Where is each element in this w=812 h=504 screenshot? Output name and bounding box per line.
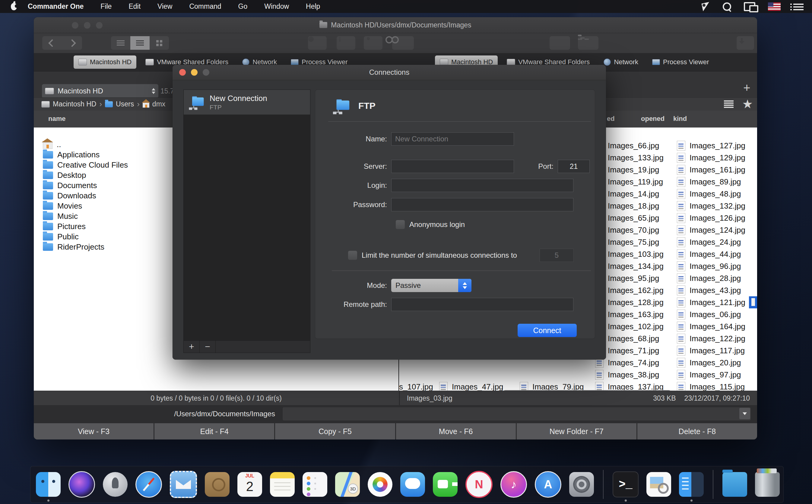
function-key-button[interactable]: View - F3: [34, 423, 153, 439]
dock-preview[interactable]: [646, 472, 671, 497]
full-view-button[interactable]: [111, 36, 130, 50]
column-header-kind[interactable]: kind: [673, 115, 687, 123]
limit-connections-checkbox[interactable]: [348, 250, 357, 260]
dock-safari[interactable]: [135, 471, 162, 498]
file-item[interactable]: Images_129.jpg: [677, 152, 745, 164]
apple-menu-icon[interactable]: [11, 3, 17, 10]
network-button[interactable]: [578, 36, 599, 50]
command-line-input[interactable]: [282, 407, 751, 421]
dock-maps[interactable]: 3D: [335, 472, 360, 497]
search-button[interactable]: [392, 36, 414, 50]
file-item[interactable]: Images_20.jpg: [677, 357, 741, 369]
file-item[interactable]: Images_164.jpg: [677, 320, 745, 332]
file-item[interactable]: Images_161.jpg: [677, 164, 745, 176]
dock-siri[interactable]: [68, 471, 95, 498]
list-menu-icon[interactable]: [793, 4, 804, 5]
dock-system-preferences[interactable]: [569, 472, 594, 497]
menu-item[interactable]: Go: [238, 2, 248, 11]
dock-notes[interactable]: [270, 472, 295, 497]
preview-button[interactable]: [364, 36, 382, 50]
remove-connection-button[interactable]: −: [200, 341, 216, 353]
file-item[interactable]: Images_124.jpg: [677, 224, 745, 236]
selected-file-partial[interactable]: [749, 296, 757, 308]
menu-item[interactable]: View: [157, 2, 172, 11]
dock-calendar[interactable]: JUL 2: [237, 472, 262, 497]
file-item[interactable]: Images_38.jpg: [595, 369, 659, 381]
file-item[interactable]: Images_44.jpg: [677, 248, 741, 260]
crumb-macintosh-hd[interactable]: Macintosh HD: [41, 99, 102, 109]
file-item[interactable]: Images_132.jpg: [677, 200, 745, 212]
dock-itunes[interactable]: ♪: [501, 471, 527, 498]
file-item[interactable]: Images_117.jpg: [677, 345, 745, 357]
column-header-name[interactable]: name: [48, 115, 65, 123]
menu-item[interactable]: File: [100, 2, 112, 11]
input-source-flag-icon[interactable]: [768, 2, 781, 11]
menu-item[interactable]: Help: [306, 2, 320, 11]
limit-value-field[interactable]: 5: [540, 249, 574, 262]
add-connection-button[interactable]: +: [184, 341, 200, 353]
name-field[interactable]: New Connection: [391, 132, 514, 146]
file-item[interactable]: Images_126.jpg: [677, 212, 745, 224]
file-item[interactable]: Images_48.jpg: [677, 188, 741, 200]
file-item[interactable]: Images_96.jpg: [677, 260, 741, 272]
function-key-button[interactable]: Move - F6: [396, 423, 516, 439]
dock-trash[interactable]: [755, 472, 780, 497]
dock-commander-one[interactable]: [679, 472, 704, 497]
file-item[interactable]: Images_122.jpg: [677, 332, 745, 345]
spotlight-search-icon[interactable]: [723, 2, 731, 11]
info-button[interactable]: [336, 36, 355, 50]
drive-selector[interactable]: Macintosh HD: [42, 84, 158, 98]
file-item[interactable]: Images_115.jpg: [677, 381, 745, 391]
function-key-button[interactable]: Edit - F4: [154, 423, 274, 439]
view-list-icon[interactable]: [724, 100, 734, 102]
dialog-minimize-button[interactable]: [191, 69, 197, 76]
function-key-button[interactable]: Copy - F5: [275, 423, 395, 439]
mode-select[interactable]: Passive: [391, 279, 472, 292]
dock-photos[interactable]: [368, 472, 392, 497]
connection-list-item[interactable]: New Connection FTP: [184, 90, 310, 115]
dock-contacts[interactable]: [205, 472, 229, 497]
tab-macintosh-hd[interactable]: Macintosh HD: [74, 55, 136, 69]
file-item[interactable]: Images_97.jpg: [677, 369, 741, 381]
favorites-star-icon[interactable]: ★: [742, 98, 753, 111]
add-tab-button[interactable]: +: [740, 81, 754, 94]
file-item[interactable]: Images_06.jpg: [677, 308, 741, 320]
dock-facetime[interactable]: [433, 472, 458, 497]
crumb-dmx[interactable]: dmx: [143, 100, 165, 108]
column-header-opened[interactable]: opened: [641, 115, 665, 123]
history-dropdown-button[interactable]: [739, 408, 750, 419]
forward-button[interactable]: [62, 36, 82, 50]
function-key-button[interactable]: New Folder - F7: [517, 423, 637, 439]
file-item[interactable]: Images_137.jpg: [595, 381, 664, 391]
download-queue-button[interactable]: [737, 36, 754, 50]
archive-button[interactable]: [550, 36, 570, 50]
file-item[interactable]: Images_28.jpg: [677, 272, 741, 284]
displays-icon[interactable]: [744, 2, 755, 11]
column-header-ed[interactable]: ed: [607, 115, 615, 123]
file-item[interactable]: s_107.jpg: [399, 381, 433, 391]
dock-mail[interactable]: [170, 471, 197, 498]
file-item[interactable]: Images_89.jpg: [677, 176, 741, 188]
file-item[interactable]: Images_127.jpg: [677, 140, 745, 152]
dock-launchpad[interactable]: [103, 472, 128, 497]
dock-downloads[interactable]: [722, 472, 747, 497]
file-item[interactable]: Images_121.jpg: [677, 296, 745, 308]
remote-path-field[interactable]: [391, 298, 574, 311]
dock-news[interactable]: N: [466, 471, 493, 498]
dock-divider[interactable]: [603, 470, 604, 499]
menu-item[interactable]: Edit: [128, 2, 141, 11]
dock-terminal[interactable]: >_: [613, 471, 639, 497]
dock-messages[interactable]: [400, 472, 425, 497]
tab-process-viewer[interactable]: Process Viewer: [647, 55, 714, 69]
menu-item[interactable]: Command: [189, 2, 221, 11]
dialog-close-button[interactable]: [179, 69, 186, 76]
anonymous-login-checkbox[interactable]: [395, 220, 405, 229]
file-item[interactable]: Images_43.jpg: [677, 284, 741, 296]
function-key-button[interactable]: Delete - F8: [637, 423, 757, 439]
pointer-icon[interactable]: [702, 2, 711, 11]
crumb-users[interactable]: Users: [105, 99, 140, 109]
port-field[interactable]: 21: [558, 160, 590, 173]
password-field[interactable]: [391, 198, 574, 211]
dock-divider[interactable]: [713, 470, 713, 499]
login-field[interactable]: [391, 179, 574, 192]
